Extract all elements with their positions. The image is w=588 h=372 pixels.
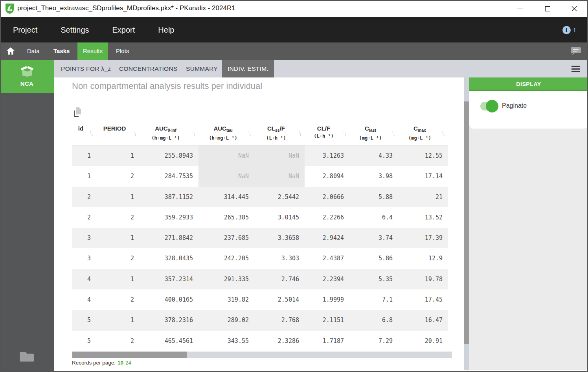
- task-sidebar: NCA: [0, 60, 54, 372]
- table-cell-clast: 5.86: [349, 248, 398, 269]
- table-cell-clf: 2.9424: [305, 228, 349, 248]
- column-header-clssf[interactable]: CLss/F(L·h⁻¹)↑↓: [254, 121, 305, 145]
- table-cell-clf: 2.1151: [305, 310, 349, 330]
- table-cell-id: 4: [72, 269, 96, 289]
- display-panel-card: Paginate: [469, 91, 588, 129]
- hamburger-icon: [571, 66, 580, 67]
- table-row: 12284.7535NaNNaN2.80943.9817.14: [72, 166, 448, 186]
- table-cell-clf: 2.2394: [305, 269, 349, 289]
- column-header-clf[interactable]: CL/F(L·h⁻¹)↑↓: [305, 121, 349, 145]
- table-cell-id: 1: [72, 166, 96, 186]
- sort-icon: ↑↓: [192, 131, 198, 136]
- sort-icon: ↑↓: [248, 131, 254, 136]
- close-button[interactable]: [565, 0, 583, 17]
- table-cell-clssf: 2.3286: [254, 331, 305, 351]
- table-header-row: id↑↓PERIOD↑↓AUC0-inf(h·mg·L⁻¹)↑↓AUCtau(h…: [72, 121, 448, 145]
- feedback-button[interactable]: [570, 47, 581, 57]
- table-cell-clf: 2.4387: [305, 248, 349, 269]
- records-option-10[interactable]: 10: [118, 360, 123, 366]
- table-cell-period: 2: [96, 166, 140, 186]
- table-cell-auctau: 242.205: [198, 248, 254, 269]
- minimize-button[interactable]: [511, 0, 529, 17]
- vertical-scrollbar[interactable]: [464, 77, 469, 370]
- table-cell-clf: 1.7187: [305, 331, 349, 351]
- table-cell-id: 5: [72, 331, 96, 351]
- column-label: AUCtau(h·mg·L⁻¹): [198, 125, 248, 141]
- horizontal-scrollbar[interactable]: [72, 352, 452, 358]
- menu-settings[interactable]: Settings: [61, 26, 89, 35]
- menu-export[interactable]: Export: [112, 26, 135, 35]
- horizontal-scrollbar-thumb[interactable]: [72, 352, 187, 358]
- table-cell-clssf: 3.3658: [254, 228, 305, 248]
- copy-table-button[interactable]: [74, 107, 83, 117]
- display-panel-header: DISPLAY: [469, 77, 588, 91]
- table-cell-clast: 5.88: [349, 187, 398, 207]
- table-cell-auctau: NaN: [198, 145, 254, 166]
- menu-help[interactable]: Help: [158, 26, 174, 35]
- menu-toggle-button[interactable]: [571, 66, 580, 74]
- table-cell-period: 1: [96, 269, 140, 289]
- column-header-clast[interactable]: Clast(mg·L⁻¹)↑↓: [349, 121, 398, 145]
- table-cell-id: 3: [72, 248, 96, 269]
- tab-tasks[interactable]: Tasks: [53, 42, 70, 60]
- app-icon: [5, 3, 14, 14]
- table-cell-auctau: 319.82: [198, 289, 254, 310]
- open-box-icon: [19, 65, 35, 77]
- column-label: Cmax(mg·L⁻¹): [398, 125, 441, 141]
- table-cell-id: 4: [72, 289, 96, 310]
- table-row: 42400.0165319.822.50141.99997.117.45: [72, 289, 448, 310]
- menu-bar: Project Settings Export Help i 1: [0, 17, 588, 42]
- table-cell-auctau: NaN: [198, 166, 254, 186]
- subtab-indiv-estim[interactable]: INDIV. ESTIM.: [222, 60, 274, 77]
- home-button[interactable]: [7, 47, 15, 57]
- subtab-summary[interactable]: SUMMARY: [186, 60, 218, 77]
- column-header-id[interactable]: id↑↓: [72, 121, 96, 145]
- tab-data[interactable]: Data: [27, 42, 40, 60]
- minimize-icon: [517, 9, 523, 9]
- table-cell-period: 2: [96, 207, 140, 228]
- paginate-toggle[interactable]: [480, 102, 498, 110]
- table-cell-cmax: 19.78: [398, 269, 448, 289]
- home-icon: [7, 47, 15, 55]
- table-cell-cmax: 17.14: [398, 166, 448, 186]
- info-icon: i: [562, 26, 571, 34]
- table-cell-cmax: 12.9: [398, 248, 448, 269]
- table-row: 11255.8943NaNNaN3.12634.3312.55: [72, 145, 448, 166]
- subtab-concentrations[interactable]: CONCENTRATIONS: [119, 60, 178, 77]
- records-option-24[interactable]: 24: [125, 360, 131, 366]
- column-header-auc0inf[interactable]: AUC0-inf(h·mg·L⁻¹)↑↓: [140, 121, 198, 145]
- column-header-cmax[interactable]: Cmax(mg·L⁻¹)↑↓: [398, 121, 448, 145]
- maximize-icon: [545, 6, 550, 11]
- maximize-button[interactable]: [538, 0, 557, 17]
- table-cell-auc0inf: 400.0165: [140, 289, 198, 310]
- sidebar-item-nca[interactable]: NCA: [0, 60, 54, 93]
- table-cell-id: 5: [72, 310, 96, 330]
- notification-cluster[interactable]: i 1: [562, 17, 576, 42]
- window-title: project_Theo_extravasc_SDprofiles_MDprof…: [17, 4, 235, 12]
- column-header-auctau[interactable]: AUCtau(h·mg·L⁻¹)↑↓: [198, 121, 254, 145]
- main-content: Non compartmental analysis results per i…: [54, 77, 464, 370]
- menu-project[interactable]: Project: [13, 26, 37, 35]
- subtab-points-for-lambda-z[interactable]: POINTS FOR λ_z: [61, 60, 111, 77]
- folder-button[interactable]: [20, 351, 34, 363]
- table-cell-auctau: 265.385: [198, 207, 254, 228]
- table-cell-auc0inf: 284.7535: [140, 166, 198, 186]
- sort-icon: ↑↓: [298, 131, 305, 136]
- table-cell-clast: 7.29: [349, 331, 398, 351]
- table-cell-period: 1: [96, 187, 140, 207]
- table-cell-auc0inf: 255.8943: [140, 145, 198, 166]
- table-row: 32328.0435242.2053.3032.43875.8612.9: [72, 248, 448, 269]
- sort-icon: ↑↓: [90, 131, 96, 136]
- column-header-period[interactable]: PERIOD↑↓: [96, 121, 140, 145]
- table-row: 31271.8842237.6853.36582.94243.7417.39: [72, 228, 448, 248]
- tab-plots[interactable]: Plots: [116, 42, 129, 60]
- table-cell-clssf: 3.303: [254, 248, 305, 269]
- table-cell-clssf: 2.5442: [254, 187, 305, 207]
- column-label: PERIOD: [96, 125, 133, 132]
- tab-results[interactable]: Results: [77, 42, 108, 60]
- table-cell-cmax: 12.55: [398, 145, 448, 166]
- table-cell-id: 1: [72, 145, 96, 166]
- table-row: 52465.4561343.552.32861.71877.2920.91: [72, 331, 448, 351]
- table-cell-clast: 3.74: [349, 228, 398, 248]
- vertical-scrollbar-thumb[interactable]: [464, 101, 469, 344]
